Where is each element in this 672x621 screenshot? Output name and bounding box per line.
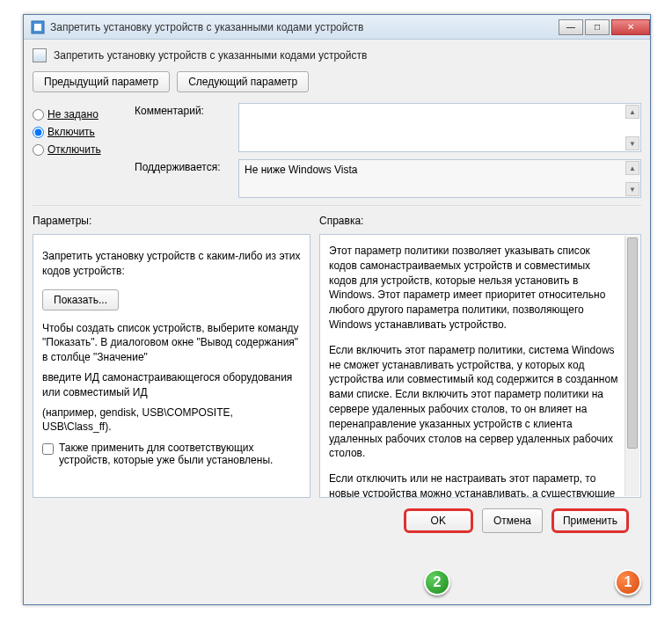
help-label: Справка: xyxy=(319,215,363,227)
annotation-marker-1: 1 xyxy=(615,569,641,595)
radio-disabled[interactable] xyxy=(33,144,44,156)
params-text-2: введите ИД самонастраивающегося оборудов… xyxy=(42,370,301,400)
help-text-1: Этот параметр политики позволяет указыва… xyxy=(329,244,619,332)
label-enabled[interactable]: Включить xyxy=(47,126,95,138)
params-label: Параметры: xyxy=(33,215,319,227)
help-text-2: Если включить этот параметр политики, си… xyxy=(329,343,619,461)
policy-header: Запретить установку устройств с указанны… xyxy=(33,48,641,62)
state-radios: Не задано Включить Отключить xyxy=(33,103,117,198)
config-row: Не задано Включить Отключить Комментарий… xyxy=(33,103,641,198)
scroll-down-icon[interactable]: ▼ xyxy=(625,136,639,150)
content-area: Запретить установку устройств с указанны… xyxy=(24,40,650,542)
section-labels: Параметры: Справка: xyxy=(33,215,641,227)
scroll-down-icon[interactable]: ▼ xyxy=(625,182,639,196)
window-title: Запретить установку устройств с указанны… xyxy=(50,21,557,33)
fields-column: Комментарий: ▲ ▼ Поддерживается: Не ниже… xyxy=(135,103,641,198)
app-icon xyxy=(31,20,45,34)
apply-existing-label[interactable]: Также применить для соответствующих устр… xyxy=(59,442,301,466)
scroll-up-icon[interactable]: ▲ xyxy=(625,161,639,175)
help-text-3: Если отключить или не настраивать этот п… xyxy=(329,471,619,498)
scroll-up-icon[interactable]: ▲ xyxy=(625,105,639,119)
apply-existing-checkbox[interactable] xyxy=(42,443,54,455)
divider xyxy=(33,205,641,206)
annotation-marker-2: 2 xyxy=(424,569,450,595)
titlebar[interactable]: Запретить установку устройств с указанны… xyxy=(24,15,650,40)
window-buttons: — □ ✕ xyxy=(557,19,650,35)
svg-rect-1 xyxy=(34,24,41,31)
apply-button[interactable]: Применить xyxy=(551,508,629,533)
label-disabled[interactable]: Отключить xyxy=(47,143,101,156)
supported-value: Не ниже Windows Vista xyxy=(245,164,358,176)
maximize-button[interactable]: □ xyxy=(585,19,610,35)
ok-button[interactable]: OK xyxy=(404,508,473,533)
panels: Запретить установку устройств с каким-ли… xyxy=(33,234,641,498)
cancel-button[interactable]: Отмена xyxy=(482,508,543,533)
params-text-1: Чтобы создать список устройств, выберите… xyxy=(42,321,301,365)
params-panel: Запретить установку устройств с каким-ли… xyxy=(33,234,310,498)
show-button[interactable]: Показать... xyxy=(42,289,119,310)
comment-textarea[interactable]: ▲ ▼ xyxy=(238,103,641,152)
supported-box: Не ниже Windows Vista ▲ ▼ xyxy=(238,159,641,198)
nav-buttons: Предыдущий параметр Следующий параметр xyxy=(33,71,641,92)
footer-buttons: OK Отмена Применить xyxy=(33,498,641,533)
close-button[interactable]: ✕ xyxy=(611,19,650,35)
scrollbar[interactable] xyxy=(625,236,639,496)
help-panel: Этот параметр политики позволяет указыва… xyxy=(319,234,641,498)
comment-label: Комментарий: xyxy=(135,103,231,152)
policy-icon xyxy=(33,48,47,62)
scrollbar-thumb[interactable] xyxy=(627,237,638,449)
prev-setting-button[interactable]: Предыдущий параметр xyxy=(33,71,170,92)
policy-dialog: Запретить установку устройств с указанны… xyxy=(23,14,651,605)
minimize-button[interactable]: — xyxy=(559,19,583,35)
label-not-configured[interactable]: Не задано xyxy=(47,108,99,121)
params-heading: Запретить установку устройств с каким-ли… xyxy=(42,249,301,279)
next-setting-button[interactable]: Следующий параметр xyxy=(177,71,309,92)
policy-title: Запретить установку устройств с указанны… xyxy=(54,49,367,62)
supported-label: Поддерживается: xyxy=(135,159,231,198)
radio-not-configured[interactable] xyxy=(33,109,44,121)
radio-enabled[interactable] xyxy=(33,127,44,138)
params-text-3: (например, gendisk, USB\COMPOSITE, USB\C… xyxy=(42,405,301,435)
